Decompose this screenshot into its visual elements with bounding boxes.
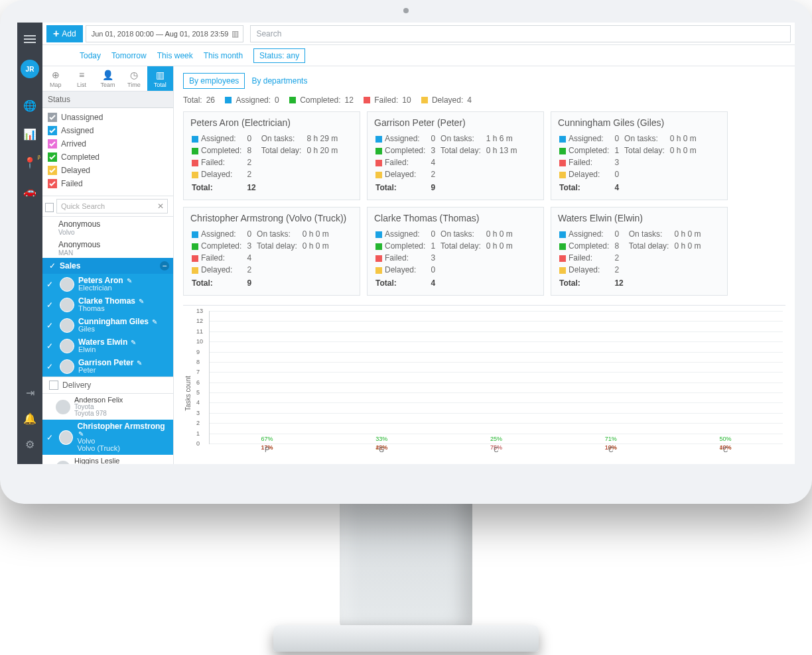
avatar xyxy=(56,400,70,414)
status-filter-failed[interactable]: Failed xyxy=(48,177,168,190)
list-item[interactable]: AnonymousMAN xyxy=(42,237,173,258)
filter-this-month[interactable]: This month xyxy=(204,51,243,60)
avatar xyxy=(60,277,74,292)
x-axis-label: P xyxy=(227,444,306,453)
x-axis-label: C xyxy=(686,444,766,453)
globe-icon[interactable]: 🌐 xyxy=(23,99,36,112)
by-employees-tab[interactable]: By employees xyxy=(183,73,245,89)
bell-icon[interactable]: 🔔 xyxy=(23,412,36,425)
search-input[interactable] xyxy=(250,25,791,42)
status-filter-unassigned[interactable]: Unassigned xyxy=(48,111,168,124)
calendar-icon: ▥ xyxy=(232,29,239,38)
time-icon: ◷ xyxy=(130,70,138,80)
list-item[interactable]: AnonymousVolvo xyxy=(42,217,173,237)
user-avatar[interactable]: JR xyxy=(21,60,39,78)
pin-icon: ✎ xyxy=(131,339,136,346)
monitor-shell: JR 🌐 📊 📍 🚗 ⇥ 🔔 ⚙ + Add xyxy=(0,0,812,655)
map-icon: ⊕ xyxy=(52,70,60,80)
employee-item[interactable]: ✓Christopher Armstrong ✎VolvoVolvo (Truc… xyxy=(42,420,173,455)
pin-icon: ✎ xyxy=(137,359,142,367)
tab-time[interactable]: ◷Time xyxy=(121,66,147,91)
employee-item[interactable]: Higgins LeslieFordFord xyxy=(42,455,173,464)
employee-item[interactable]: ✓Waters Elwin ✎Elwin xyxy=(42,335,173,356)
checkbox-icon xyxy=(48,166,57,175)
employee-card: Christopher Armstrong (Volvo (Truck)) As… xyxy=(183,207,360,296)
pin-icon: ✎ xyxy=(127,277,132,284)
date-range-text: Jun 01, 2018 00:00 — Aug 01, 2018 23:59 xyxy=(92,30,229,38)
tab-map[interactable]: ⊕Map xyxy=(42,66,68,91)
employee-item[interactable]: ✓Clarke Thomas ✎Thomas xyxy=(42,294,173,315)
quick-search-input[interactable] xyxy=(56,199,168,213)
tab-list[interactable]: ≡List xyxy=(68,66,94,91)
card-title: Peters Aron (Electrician) xyxy=(190,117,353,128)
status-filter-delayed[interactable]: Delayed xyxy=(48,164,168,177)
quick-filter-bar: Today Tomorrow This week This month Stat… xyxy=(42,45,795,66)
by-departments-tab[interactable]: By departments xyxy=(251,76,307,86)
date-range[interactable]: Jun 01, 2018 00:00 — Aug 01, 2018 23:59 … xyxy=(86,25,244,42)
filter-tomorrow[interactable]: Tomorrow xyxy=(111,51,147,60)
filter-today[interactable]: Today xyxy=(80,51,101,60)
menu-icon[interactable] xyxy=(24,38,36,40)
chart-icon: ▥ xyxy=(156,70,165,80)
employee-card: Garrison Peter (Peter) Assigned:0On task… xyxy=(367,111,544,200)
add-button[interactable]: + Add xyxy=(46,25,83,42)
status-filter-list: UnassignedAssignedArrivedCompletedDelaye… xyxy=(42,108,173,196)
x-axis-label: G xyxy=(342,444,421,453)
legend-completed-icon xyxy=(289,97,296,103)
filter-this-week[interactable]: This week xyxy=(157,51,193,60)
monitor-bezel: JR 🌐 📊 📍 🚗 ⇥ 🔔 ⚙ + Add xyxy=(0,0,812,504)
card-title: Clarke Thomas (Thomas) xyxy=(374,213,537,223)
checkmark-icon: ✓ xyxy=(46,280,56,289)
avatar xyxy=(59,430,73,445)
employee-item[interactable]: ✓Garrison Peter ✎Peter xyxy=(42,356,173,377)
status-filter-arrived[interactable]: Arrived xyxy=(48,137,168,150)
chart-container: Tasks count 17%17%67%P22%45%33%G75%25%C1… xyxy=(183,305,785,461)
employee-card: Waters Elwin (Elwin) Assigned:0On tasks:… xyxy=(551,207,728,296)
checkmark-icon: ✓ xyxy=(46,433,55,442)
status-heading: Status xyxy=(42,91,173,108)
checkmark-icon: ✓ xyxy=(46,341,56,351)
logout-icon[interactable]: ⇥ xyxy=(26,387,34,399)
card-title: Garrison Peter (Peter) xyxy=(374,117,537,128)
checkmark-icon: ✓ xyxy=(46,321,56,330)
x-axis-label: C xyxy=(571,444,651,453)
dashboard-main: By employees By departments Total: 26 As… xyxy=(174,66,795,464)
checkbox-icon xyxy=(48,126,57,135)
left-panel: ⊕Map ≡List 👤Team ◷Time ▥Total Status Una… xyxy=(42,66,174,464)
location-beta-icon[interactable]: 📍 xyxy=(23,156,36,169)
camera-icon xyxy=(403,8,409,13)
add-label: Add xyxy=(62,29,76,38)
employee-card: Clarke Thomas (Thomas) Assigned:0On task… xyxy=(367,207,544,296)
vehicle-icon[interactable]: 🚗 xyxy=(23,185,36,198)
checkbox-icon: ✓ xyxy=(49,261,56,270)
group-sales[interactable]: ✓Sales− xyxy=(42,258,173,274)
group-delivery[interactable]: Delivery xyxy=(42,377,173,394)
view-tabs: ⊕Map ≡List 👤Team ◷Time ▥Total xyxy=(42,66,173,91)
collapse-icon[interactable]: − xyxy=(160,261,169,270)
reports-icon[interactable]: 📊 xyxy=(23,128,36,141)
card-title: Christopher Armstrong (Volvo (Truck)) xyxy=(190,213,353,223)
legend-assigned-icon xyxy=(225,97,232,103)
employee-item[interactable]: ✓Peters Aron ✎Electrician xyxy=(42,274,173,294)
tab-total[interactable]: ▥Total xyxy=(147,66,173,91)
summary-totals: Total: 26 Assigned: 0 Completed: 12 Fail… xyxy=(183,95,785,105)
employee-item[interactable]: ✓Cunningham Giles ✎Giles xyxy=(42,315,173,335)
employee-item[interactable]: Anderson FelixToyotaToyota 978 xyxy=(42,394,173,420)
gear-icon[interactable]: ⚙ xyxy=(25,438,34,451)
status-filter-completed[interactable]: Completed xyxy=(48,150,168,164)
card-title: Cunningham Giles (Giles) xyxy=(558,117,720,128)
content-row: ⊕Map ≡List 👤Team ◷Time ▥Total Status Una… xyxy=(42,66,795,464)
checkbox-icon[interactable] xyxy=(49,381,58,390)
employee-card: Peters Aron (Electrician) Assigned:0On t… xyxy=(183,111,360,200)
view-by-row: By employees By departments xyxy=(183,73,785,89)
select-all-checkbox[interactable] xyxy=(45,203,54,212)
plus-icon: + xyxy=(53,28,59,40)
status-filter-assigned[interactable]: Assigned xyxy=(48,124,168,137)
employee-card: Cunningham Giles (Giles) Assigned:0On ta… xyxy=(551,111,728,200)
list-icon: ≡ xyxy=(79,70,84,80)
tab-team[interactable]: 👤Team xyxy=(95,66,121,91)
quick-search-row: ✕ xyxy=(42,196,173,217)
y-axis-label: Tasks count xyxy=(183,356,193,411)
status-filter-chip[interactable]: Status: any xyxy=(253,48,305,63)
employee-list[interactable]: AnonymousVolvoAnonymousMAN✓Sales−✓Peters… xyxy=(42,217,173,464)
